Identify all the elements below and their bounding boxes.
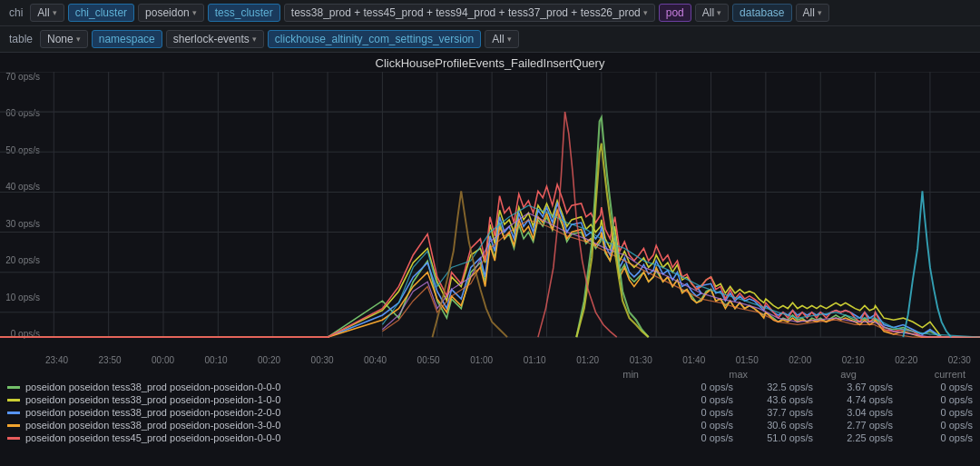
namespace-label-tag[interactable]: namespace <box>92 30 162 48</box>
chevron-down-icon: ▾ <box>643 8 648 17</box>
toolbar-row1: chi All ▾ chi_cluster poseidon ▾ tess_cl… <box>0 0 980 26</box>
legend-avg-1: 3.67 ops/s <box>820 382 893 392</box>
database-all-dropdown[interactable]: All ▾ <box>796 4 829 22</box>
x-label-0220: 02:20 <box>895 355 917 365</box>
x-label-0040: 00:40 <box>364 355 387 365</box>
x-label-0210: 02:10 <box>842 355 865 365</box>
x-label-0200: 02:00 <box>789 355 811 365</box>
x-label-0150: 01:50 <box>736 355 759 365</box>
chart-title: ClickHouseProfileEvents_FailedInsertQuer… <box>0 56 980 70</box>
pod-all-dropdown[interactable]: All ▾ <box>695 4 729 22</box>
legend-color-2 <box>7 399 20 402</box>
tess-servers-dropdown[interactable]: tess38_prod + tess45_prod + tess94_prod … <box>284 4 655 22</box>
version-label-tag[interactable]: clickhouse_altinity_com_settings_version <box>268 30 481 48</box>
x-label-2350: 23:50 <box>99 355 122 365</box>
x-label-0050: 00:50 <box>417 355 440 365</box>
legend-current-1: 0 ops/s <box>900 382 973 392</box>
chevron-down-icon: ▾ <box>507 35 512 44</box>
list-item[interactable]: poseidon poseidon tess38_prod poseidon-p… <box>7 420 973 431</box>
list-item[interactable]: poseidon poseidon tess38_prod poseidon-p… <box>7 382 973 392</box>
x-label-0140: 01:40 <box>682 355 705 365</box>
legend-max-1: 32.5 ops/s <box>740 382 813 392</box>
legend-header: min max avg current <box>7 369 973 380</box>
legend-label-4: poseidon poseidon tess38_prod poseidon-p… <box>25 420 661 431</box>
legend-color-1 <box>7 386 20 389</box>
legend-max-3: 37.7 ops/s <box>740 407 813 418</box>
chart-svg <box>0 72 980 353</box>
poseidon-dropdown[interactable]: poseidon ▾ <box>138 4 204 22</box>
chevron-down-icon: ▾ <box>76 35 81 44</box>
legend-current-3: 0 ops/s <box>900 407 973 418</box>
legend-avg-2: 4.74 ops/s <box>820 394 893 405</box>
x-label-0100: 01:00 <box>470 355 493 365</box>
chevron-down-icon: ▾ <box>252 35 257 44</box>
legend-min-4: 0 ops/s <box>661 420 733 431</box>
x-label-0030: 00:30 <box>311 355 334 365</box>
legend-label-5: poseidon poseidon tess45_prod poseidon-p… <box>25 432 661 443</box>
tess-cluster-tag[interactable]: tess_cluster <box>208 4 280 22</box>
chart-container: 70 ops/s 60 ops/s 50 ops/s 40 ops/s 30 o… <box>0 72 980 353</box>
chevron-down-icon: ▾ <box>192 8 197 17</box>
pod-label: pod <box>659 4 691 22</box>
x-label-0020: 00:20 <box>258 355 280 365</box>
legend-avg-header: avg <box>784 369 857 380</box>
chevron-down-icon: ▾ <box>818 8 822 17</box>
table-label: table <box>5 31 36 47</box>
x-label-0010: 00:10 <box>205 355 228 365</box>
chi-label: chi <box>5 5 26 21</box>
x-label-0120: 01:20 <box>576 355 599 365</box>
legend-max-4: 30.6 ops/s <box>740 420 813 431</box>
list-item[interactable]: poseidon poseidon tess45_prod poseidon-p… <box>7 432 973 443</box>
toolbar-row2: table None ▾ namespace sherlock-events ▾… <box>0 26 980 53</box>
legend-color-3 <box>7 411 20 414</box>
legend-max-header: max <box>675 369 748 380</box>
legend-min-3: 0 ops/s <box>661 407 733 418</box>
table-none-dropdown[interactable]: None ▾ <box>40 30 88 48</box>
legend-min-header: min <box>566 369 639 380</box>
legend-current-header: current <box>893 369 965 380</box>
legend-min-2: 0 ops/s <box>661 394 733 405</box>
legend-current-5: 0 ops/s <box>900 432 973 443</box>
chi-all-dropdown[interactable]: All ▾ <box>30 4 64 22</box>
legend-max-5: 51.0 ops/s <box>740 432 813 443</box>
list-item[interactable]: poseidon poseidon tess38_prod poseidon-p… <box>7 394 973 405</box>
x-label-0230: 02:30 <box>948 355 971 365</box>
legend-panel: min max avg current poseidon poseidon te… <box>0 365 980 449</box>
legend-min-5: 0 ops/s <box>661 432 733 443</box>
legend-avg-3: 3.04 ops/s <box>820 407 893 418</box>
legend-current-2: 0 ops/s <box>900 394 973 405</box>
x-label-0130: 01:30 <box>630 355 652 365</box>
legend-label-3: poseidon poseidon tess38_prod poseidon-p… <box>25 407 661 418</box>
x-axis: 23:40 23:50 00:00 00:10 00:20 00:30 00:4… <box>0 353 971 365</box>
legend-max-2: 43.6 ops/s <box>740 394 813 405</box>
list-item[interactable]: poseidon poseidon tess38_prod poseidon-p… <box>7 407 973 418</box>
database-label: database <box>732 4 791 22</box>
chi-cluster-tag[interactable]: chi_cluster <box>68 4 134 22</box>
legend-min-1: 0 ops/s <box>661 382 733 392</box>
x-label-2340: 23:40 <box>45 355 68 365</box>
x-label-0000: 00:00 <box>152 355 174 365</box>
namespace-dropdown[interactable]: sherlock-events ▾ <box>166 30 264 48</box>
chevron-down-icon: ▾ <box>717 8 721 17</box>
version-all-dropdown[interactable]: All ▾ <box>485 30 518 48</box>
legend-avg-5: 2.25 ops/s <box>820 432 893 443</box>
chevron-down-icon: ▾ <box>53 8 57 17</box>
legend-avg-4: 2.77 ops/s <box>820 420 893 431</box>
x-label-0110: 01:10 <box>524 355 546 365</box>
legend-label-2: poseidon poseidon tess38_prod poseidon-p… <box>25 394 661 405</box>
legend-label-1: poseidon poseidon tess38_prod poseidon-p… <box>25 382 661 392</box>
legend-color-4 <box>7 424 20 427</box>
legend-color-5 <box>7 437 20 440</box>
legend-current-4: 0 ops/s <box>900 420 973 431</box>
